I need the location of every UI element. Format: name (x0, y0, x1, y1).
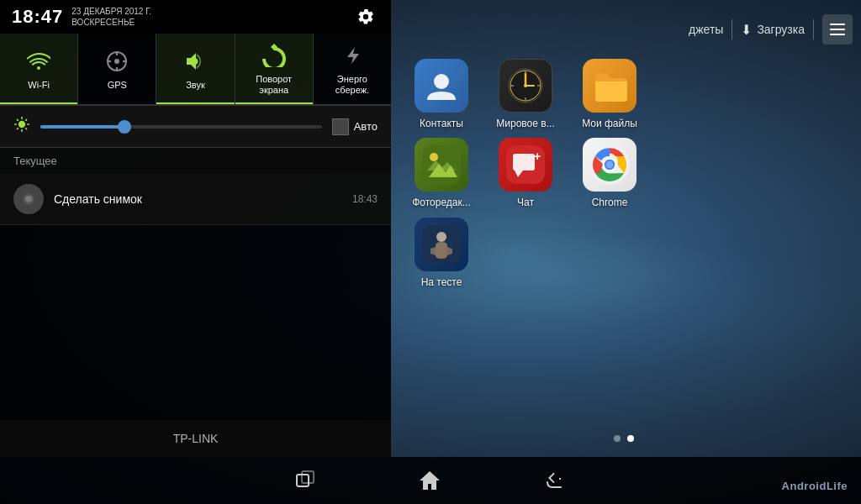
app-row-2: Фоторедак... + Чат (404, 138, 844, 208)
app-photoeditor[interactable]: Фоторедак... (404, 138, 479, 208)
toggle-wifi[interactable]: Wi-Fi (0, 34, 78, 104)
app-game[interactable]: На тесте (404, 218, 479, 288)
app-chat[interactable]: + Чат (488, 138, 563, 208)
notif-time: 18:43 (352, 193, 378, 205)
brightness-slider[interactable] (40, 125, 322, 129)
clock-display: 18:47 (12, 6, 63, 28)
chrome-icon (583, 138, 637, 192)
app-chrome[interactable]: Chrome (572, 138, 647, 208)
desktop-topbar: джеты ⬇ Загрузка (387, 8, 861, 50)
app-worldclock[interactable]: Мировое в... (488, 59, 563, 129)
svg-point-11 (430, 153, 438, 161)
status-bar: 18:47 23 ДЕКАБРЯ 2012 Г. ВОСКРЕСЕНЬЕ (0, 0, 391, 34)
chrome-label: Chrome (592, 197, 628, 208)
app-contacts[interactable]: Контакты (404, 59, 479, 129)
svg-point-5 (524, 84, 527, 87)
chat-label: Чат (517, 197, 534, 208)
brightness-thumb (118, 120, 131, 134)
quick-toggles: Wi-Fi GPS (0, 34, 391, 106)
wifi-ssid: TP-LINK (173, 432, 219, 445)
app-row-1: Контакты (404, 59, 844, 129)
topbar-divider (732, 19, 732, 39)
chat-icon: + (499, 138, 552, 192)
photoeditor-icon (415, 138, 468, 192)
auto-label: Авто (332, 118, 378, 135)
desktop-area: джеты ⬇ Загрузка Контакты (387, 0, 861, 457)
toggle-rotate[interactable]: Поворот экрана (235, 34, 314, 104)
navigation-bar (0, 457, 861, 504)
auto-checkbox[interactable] (332, 118, 349, 135)
gps-icon (105, 50, 129, 76)
energy-label: Энерго сбереж. (335, 74, 369, 96)
rotate-label: Поворот экрана (256, 74, 292, 96)
download-label: ⬇ Загрузка (741, 22, 805, 38)
notif-text: Сделать снимок (54, 192, 342, 206)
app-grid: Контакты (387, 50, 861, 428)
brightness-icon (13, 116, 30, 137)
topbar-divider2 (813, 19, 814, 39)
rotate-icon (262, 44, 286, 71)
sound-icon (184, 50, 208, 76)
photoeditor-label: Фоторедак... (412, 197, 471, 208)
svg-point-21 (436, 232, 446, 242)
recent-apps-button[interactable] (295, 470, 317, 491)
toggle-gps[interactable]: GPS (78, 34, 156, 104)
toggle-energy[interactable]: Энерго сбереж. (314, 34, 391, 104)
wifi-icon (27, 50, 50, 76)
brightness-row: Авто (0, 106, 391, 148)
notifications-header: Текущее (0, 148, 391, 174)
game-icon (415, 218, 468, 271)
watermark: AndroidLife (782, 480, 848, 492)
svg-text:+: + (534, 150, 541, 163)
widgets-label: джеты (689, 23, 723, 36)
app-row-3: На тесте (404, 218, 844, 288)
worldclock-label: Мировое в... (496, 118, 554, 129)
svg-point-23 (114, 59, 119, 64)
notification-panel: 18:47 23 ДЕКАБРЯ 2012 Г. ВОСКРЕСЕНЬЕ Wi-… (0, 0, 391, 457)
back-button[interactable] (542, 469, 566, 492)
energy-icon (341, 44, 364, 71)
svg-point-19 (606, 161, 613, 168)
app-myfiles[interactable]: Мои файлы (572, 59, 647, 129)
page-indicators (387, 428, 861, 449)
contacts-icon (415, 59, 468, 113)
page-dot-2[interactable] (627, 435, 634, 442)
worldclock-icon (499, 59, 552, 113)
contacts-label: Контакты (420, 118, 463, 129)
myfiles-icon (583, 59, 637, 113)
notification-item[interactable]: Сделать снимок 18:43 (0, 174, 391, 225)
page-dot-1[interactable] (614, 435, 621, 442)
menu-button[interactable] (822, 14, 853, 45)
svg-rect-13 (513, 154, 535, 171)
notif-title: Сделать снимок (54, 192, 342, 206)
panel-bottom: TP-LINK (0, 420, 391, 457)
svg-point-0 (434, 74, 449, 89)
notif-icon (13, 184, 44, 214)
home-button[interactable] (418, 469, 441, 492)
gps-label: GPS (108, 80, 127, 91)
myfiles-label: Мои файлы (582, 118, 637, 129)
svg-rect-10 (422, 145, 461, 184)
settings-button[interactable] (352, 3, 379, 30)
date-display: 23 ДЕКАБРЯ 2012 Г. ВОСКРЕСЕНЬЕ (71, 6, 344, 28)
sound-label: Звук (186, 80, 205, 91)
brightness-fill (40, 125, 124, 129)
game-label: На тесте (421, 276, 462, 288)
toggle-sound[interactable]: Звук (156, 34, 235, 104)
wifi-label: Wi-Fi (28, 80, 50, 91)
